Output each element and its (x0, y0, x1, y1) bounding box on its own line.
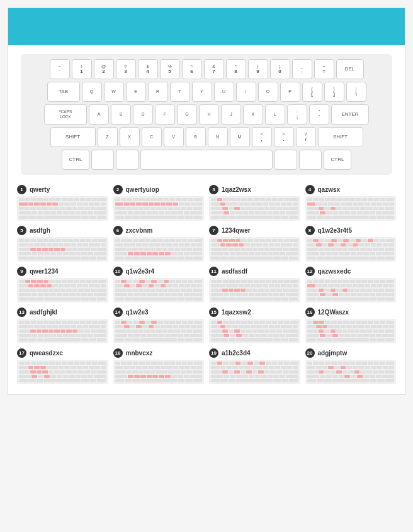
mini-key (136, 284, 142, 287)
mini-key (145, 280, 151, 283)
mini-key (115, 362, 121, 365)
mini-key (361, 239, 367, 242)
mini-key (365, 243, 370, 247)
mini-key (249, 293, 254, 296)
mini-key (60, 248, 66, 251)
mini-key (28, 216, 36, 219)
mini-key (230, 334, 235, 337)
mini-row (19, 198, 106, 201)
mini-key (261, 293, 267, 296)
mini-keyboard (113, 196, 205, 221)
mini-key (319, 198, 325, 201)
mini-key (331, 239, 337, 242)
mini-key (48, 248, 54, 251)
mini-key (19, 297, 28, 301)
mini-key (288, 370, 298, 374)
mini-row (115, 248, 203, 251)
mini-key (133, 362, 139, 365)
mini-keyboard (209, 278, 300, 302)
mini-key (66, 207, 72, 210)
mini-key (211, 198, 217, 201)
mini-key (92, 280, 98, 283)
mini-key (278, 280, 283, 283)
mini-key (307, 370, 318, 374)
mini-key (139, 289, 144, 292)
mini-key (145, 239, 151, 242)
mini-row (211, 338, 298, 341)
pattern-name: 1234qwer (222, 227, 251, 234)
mini-key (324, 370, 330, 374)
pattern-name: q1w2e3r4 (126, 268, 155, 275)
mini-key (28, 325, 34, 328)
mini-row (211, 379, 298, 382)
pattern-name: mnbvcxz (126, 350, 153, 357)
key-s: S (111, 104, 131, 125)
mini-key (88, 375, 93, 378)
mini-key (50, 293, 56, 296)
mini-key (236, 334, 242, 337)
mini-key (380, 239, 385, 242)
mini-key (376, 284, 382, 287)
mini-key (211, 321, 217, 324)
pattern-label: 11asdfasdf (209, 267, 300, 276)
key-quote: "' (309, 104, 329, 125)
mini-key (71, 325, 76, 328)
mini-key (38, 334, 43, 337)
mini-key (240, 370, 246, 374)
mini-key (159, 293, 164, 296)
mini-key (371, 243, 376, 247)
mini-key (149, 325, 154, 328)
mini-key (236, 216, 273, 219)
mini-key (273, 257, 281, 260)
mini-key (229, 321, 235, 324)
mini-key (38, 252, 43, 255)
pattern-label: 17qweasdzxc (17, 348, 108, 358)
mini-key (55, 198, 61, 201)
mini-key (115, 243, 124, 247)
mini-key (193, 330, 202, 333)
mini-key (43, 362, 49, 365)
mini-key (52, 366, 58, 369)
mini-key (317, 216, 324, 219)
mini-key (139, 330, 144, 333)
mini-key (336, 207, 342, 210)
mini-key (259, 280, 265, 283)
mini-key (339, 293, 344, 296)
mini-key (344, 211, 350, 214)
mini-key (268, 334, 273, 337)
mini-key (388, 243, 394, 247)
mini-key (281, 338, 289, 341)
mini-key (217, 362, 223, 365)
mini-key (161, 325, 166, 328)
mini-row (19, 207, 106, 210)
mini-key (288, 330, 298, 333)
mini-key (127, 362, 133, 365)
mini-key (341, 202, 346, 206)
mini-key (307, 297, 316, 301)
mini-key (331, 207, 336, 210)
mini-key (88, 252, 93, 255)
mini-key (139, 321, 145, 324)
mini-key (251, 243, 256, 247)
mini-key (190, 252, 202, 255)
mini-key (229, 248, 234, 251)
mini-key (386, 198, 394, 201)
mini-key (127, 321, 133, 324)
mini-key (98, 321, 106, 324)
keyboard-display: ~` !1 @2 #3 $4 %5 ^6 &7 *8 (9 )0 _- += D… (21, 54, 392, 175)
mini-key (134, 334, 140, 337)
mini-key (96, 248, 106, 251)
pattern-name: a1b2c3d4 (222, 350, 251, 357)
mini-key (81, 293, 87, 296)
mini-key (229, 257, 236, 260)
mini-key (337, 239, 343, 242)
mini-key (283, 289, 288, 292)
mini-key (331, 289, 336, 292)
mini-row (19, 284, 106, 287)
mini-key (78, 248, 84, 251)
mini-key (337, 280, 343, 283)
mini-key (184, 284, 190, 287)
pattern-name: q1w2e3r4t5 (318, 227, 352, 234)
mini-key (94, 243, 100, 247)
mini-key (332, 334, 338, 337)
